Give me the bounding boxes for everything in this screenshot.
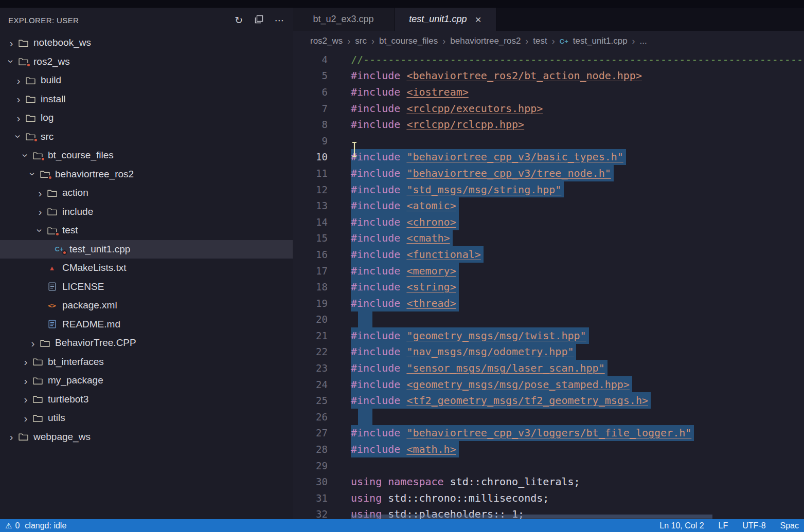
code-line-7[interactable]: 7#include <rclcpp/executors.hpp> (293, 100, 804, 117)
tree-item-action[interactable]: ›action (0, 184, 293, 203)
line-content[interactable]: #include "nav_msgs/msg/odometry.hpp" (351, 344, 576, 360)
tree-item-README.md[interactable]: README.md (0, 315, 293, 334)
line-content[interactable]: #include "behaviortree_cpp_v3/loggers/bt… (351, 425, 694, 442)
code-line-18[interactable]: 18#include <string> (293, 279, 804, 295)
breadcrumb-item-test_unit1.cpp[interactable]: test_unit1.cpp (573, 36, 628, 46)
close-icon[interactable]: × (475, 14, 481, 25)
tree-item-bt_course_files[interactable]: ›bt_course_files (0, 146, 293, 165)
tree-item-ros2_ws[interactable]: ›ros2_ws (0, 52, 293, 71)
tree-item-behaviortree_ros2[interactable]: ›behaviortree_ros2 (0, 165, 293, 184)
code-line-16[interactable]: 16#include <functional> (293, 246, 804, 263)
code-line-30[interactable]: 30using namespace std::chrono_literals; (293, 473, 804, 490)
encoding-indicator[interactable]: UTF-8 (742, 521, 765, 530)
chevron-right-icon[interactable]: › (12, 113, 25, 123)
code-line-25[interactable]: 25#include <tf2_geometry_msgs/tf2_geomet… (293, 392, 804, 409)
code-line-23[interactable]: 23#include "sensor_msgs/msg/laser_scan.h… (293, 360, 804, 376)
tree-item-package.xml[interactable]: <>package.xml (0, 296, 293, 315)
line-content[interactable]: #include "behaviortree_cpp_v3/tree_node.… (351, 165, 614, 181)
more-actions-icon[interactable]: ⋯ (275, 14, 284, 26)
line-content[interactable]: #include "std_msgs/msg/string.hpp" (351, 181, 564, 198)
line-content[interactable]: #include <memory> (351, 263, 459, 279)
chevron-down-icon[interactable]: › (35, 224, 46, 236)
tree-item-include[interactable]: ›include (0, 203, 293, 222)
tree-item-bt_interfaces[interactable]: ›bt_interfaces (0, 353, 293, 372)
code-line-12[interactable]: 12#include "std_msgs/msg/string.hpp" (293, 181, 804, 198)
chevron-right-icon[interactable]: › (5, 431, 17, 442)
code-line-13[interactable]: 13#include <atomic> (293, 197, 804, 214)
tree-item-log[interactable]: ›log (0, 108, 293, 127)
code-line-26[interactable]: 26 (293, 409, 804, 425)
chevron-right-icon[interactable]: › (34, 188, 46, 198)
tree-item-LICENSE[interactable]: LICENSE (0, 278, 293, 297)
tree-item-my_package[interactable]: ›my_package (0, 371, 293, 390)
line-content[interactable]: #include "behaviortree_cpp_v3/basic_type… (351, 149, 626, 166)
code-line-28[interactable]: 28#include <math.h> (293, 441, 804, 457)
chevron-down-icon[interactable]: › (21, 149, 31, 161)
code-line-10[interactable]: 10#include "behaviortree_cpp_v3/basic_ty… (293, 149, 804, 166)
code-line-4[interactable]: 4//-------------------------------------… (293, 51, 804, 68)
breadcrumb-item-bt_course_files[interactable]: bt_course_files (379, 36, 438, 46)
tree-item-utils[interactable]: ›utils (0, 409, 293, 428)
breadcrumb-overflow[interactable]: ... (640, 36, 647, 46)
code-line-29[interactable]: 29 (293, 457, 804, 474)
chevron-down-icon[interactable]: › (28, 168, 39, 180)
line-content[interactable]: #include <iostream> (351, 84, 469, 100)
cursor-position[interactable]: Ln 10, Col 2 (659, 521, 704, 530)
breadcrumb-item-src[interactable]: src (355, 36, 367, 46)
line-content[interactable]: #include <geometry_msgs/msg/pose_stamped… (351, 376, 632, 393)
code-line-11[interactable]: 11#include "behaviortree_cpp_v3/tree_nod… (293, 165, 804, 181)
code-line-27[interactable]: 27#include "behaviortree_cpp_v3/loggers/… (293, 425, 804, 442)
code-line-31[interactable]: 31using std::chrono::milliseconds; (293, 490, 804, 506)
collapse-folders-icon[interactable] (255, 15, 263, 24)
chevron-right-icon[interactable]: › (5, 38, 17, 48)
tree-item-install[interactable]: ›install (0, 90, 293, 109)
tree-item-test_unit1.cpp[interactable]: C+test_unit1.cpp (0, 240, 293, 259)
code-line-24[interactable]: 24#include <geometry_msgs/msg/pose_stamp… (293, 376, 804, 393)
problems-indicator[interactable]: ⚠ 0 (5, 521, 20, 530)
tab-bt_u2_ex3[interactable]: bt_u2_ex3.cpp (293, 8, 395, 31)
horizontal-scrollbar[interactable] (351, 515, 712, 519)
code-line-6[interactable]: 6#include <iostream> (293, 84, 804, 100)
breadcrumb-item-ros2_ws[interactable]: ros2_ws (310, 36, 343, 46)
breadcrumb-item-behaviortree_ros2[interactable]: behaviortree_ros2 (450, 36, 521, 46)
line-content[interactable]: #include <chrono> (351, 214, 459, 230)
line-content[interactable]: using std::chrono::milliseconds; (351, 490, 549, 506)
chevron-right-icon[interactable]: › (34, 206, 46, 217)
code-editor[interactable]: 4//-------------------------------------… (293, 51, 804, 519)
code-line-21[interactable]: 21#include "geometry_msgs/msg/twist.hpp" (293, 327, 804, 344)
chevron-right-icon[interactable]: › (12, 94, 25, 104)
eol-indicator[interactable]: LF (719, 521, 728, 530)
tree-item-src[interactable]: ›src (0, 127, 293, 146)
line-content[interactable]: #include <functional> (351, 246, 484, 263)
chevron-right-icon[interactable]: › (20, 356, 32, 367)
chevron-right-icon[interactable]: › (20, 375, 32, 386)
code-line-20[interactable]: 20 (293, 311, 804, 328)
line-content[interactable]: #include <rclcpp/executors.hpp> (351, 100, 543, 117)
breadcrumb-item-test[interactable]: test (533, 36, 547, 46)
line-content[interactable]: //--------------------------------------… (351, 51, 804, 68)
line-content[interactable]: #include <string> (351, 279, 459, 295)
line-content[interactable] (358, 409, 372, 425)
tree-item-CMakeLists.txt[interactable]: ▲CMakeLists.txt (0, 259, 293, 278)
refresh-icon[interactable]: ↻ (235, 14, 243, 26)
line-content[interactable]: #include <thread> (351, 295, 459, 311)
line-content[interactable] (358, 311, 372, 328)
clangd-status[interactable]: clangd: idle (25, 521, 66, 530)
chevron-right-icon[interactable]: › (27, 338, 39, 348)
tree-item-test[interactable]: ›test (0, 221, 293, 240)
code-line-5[interactable]: 5#include <behaviortree_ros2/bt_action_n… (293, 68, 804, 84)
code-line-19[interactable]: 19#include <thread> (293, 295, 804, 311)
line-content[interactable]: #include <behaviortree_ros2/bt_action_no… (351, 68, 642, 84)
tree-item-turtlebot3[interactable]: ›turtlebot3 (0, 390, 293, 409)
line-content[interactable]: #include <tf2_geometry_msgs/tf2_geometry… (351, 392, 651, 409)
tab-test_unit1[interactable]: test_unit1.cpp × (395, 8, 496, 31)
tree-item-BehaviorTree.CPP[interactable]: ›BehaviorTree.CPP (0, 334, 293, 353)
indentation-indicator[interactable]: Spac (780, 521, 799, 530)
chevron-down-icon[interactable]: › (13, 131, 24, 143)
line-content[interactable]: #include <rclcpp/rclcpp.hpp> (351, 116, 524, 133)
chevron-right-icon[interactable]: › (12, 75, 25, 86)
tree-item-webpage_ws[interactable]: ›webpage_ws (0, 428, 293, 447)
code-line-17[interactable]: 17#include <memory> (293, 263, 804, 279)
line-content[interactable]: #include <atomic> (351, 197, 459, 214)
tree-item-build[interactable]: ›build (0, 71, 293, 90)
